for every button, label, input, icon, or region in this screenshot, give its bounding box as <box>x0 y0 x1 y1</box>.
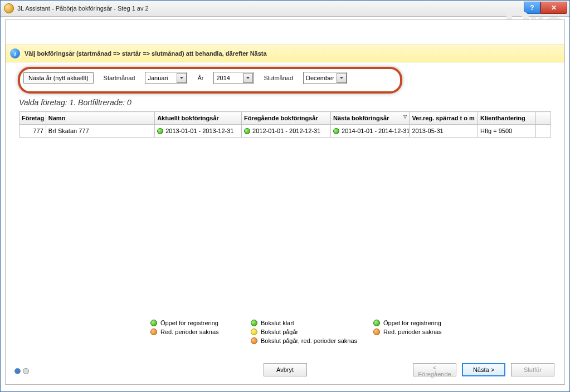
chevron-down-icon <box>337 73 347 83</box>
content-panel: Pro PROFESSIONAL BUSINESS SYSTEM i Välj … <box>5 19 565 385</box>
grid-header-row: Företag Namn Aktuellt bokföringsår Föreg… <box>20 112 551 125</box>
end-month-label: Slutmånad <box>264 75 293 81</box>
app-icon <box>4 3 14 13</box>
status-dot-green-icon <box>244 128 250 134</box>
step-dot-inactive-icon <box>23 368 29 374</box>
next-button[interactable]: Nästa > <box>462 363 505 376</box>
col-nasta[interactable]: Nästa bokföringsår▽ <box>331 112 410 125</box>
filter-row: Nästa år (nytt aktuellt) Startmånad Janu… <box>23 71 347 85</box>
start-month-label: Startmånad <box>104 75 135 81</box>
legend: Öppet för registrering Bokslut klart Öpp… <box>150 320 453 344</box>
end-month-value: December <box>306 75 334 81</box>
status-dot-green-icon <box>373 320 380 326</box>
col-foregaende[interactable]: Föregående bokföringsår <box>242 112 331 125</box>
cell-verreg: 2013-05-31 <box>410 125 478 138</box>
close-button[interactable]: ✕ <box>540 2 567 14</box>
cell-spacer <box>535 125 550 138</box>
sort-indicator-icon: ▽ <box>403 114 407 119</box>
legend-item: Red. perioder saknas <box>373 329 474 335</box>
legend-item: Bokslut klart <box>251 320 373 326</box>
year-combo[interactable]: 2014 <box>213 72 254 84</box>
status-dot-green-icon <box>333 128 339 134</box>
col-foretag[interactable]: Företag <box>20 112 46 125</box>
cell-nasta: 2014-01-01 - 2014-12-31 <box>331 125 410 138</box>
step-dot-active-icon <box>14 368 21 374</box>
chevron-down-icon <box>177 73 187 83</box>
legend-item: Öppet för registrering <box>150 320 251 326</box>
cell-klient: Hftg = 9500 <box>478 125 536 138</box>
legend-item: Bokslut pågår, red. perioder saknas <box>251 337 373 344</box>
col-klient[interactable]: Klienthantering <box>478 112 536 125</box>
year-value: 2014 <box>216 75 241 81</box>
start-month-value: Januari <box>148 75 174 81</box>
cell-aktuellt: 2013-01-01 - 2013-12-31 <box>155 125 242 138</box>
info-banner: i Välj bokföringsår (startmånad => start… <box>6 45 564 62</box>
cell-namn: Brf Skatan 777 <box>46 125 154 138</box>
status-dot-orange-icon <box>251 337 257 344</box>
legend-item: Öppet för registrering <box>373 320 474 326</box>
help-button[interactable]: ? <box>524 2 540 14</box>
start-month-combo[interactable]: Januari <box>145 72 187 84</box>
end-month-combo[interactable]: December <box>303 72 347 84</box>
cell-foregaende: 2012-01-01 - 2012-12-31 <box>242 125 331 138</box>
cell-foretag: 777 <box>20 125 46 138</box>
status-dot-yellow-icon <box>251 329 257 335</box>
info-text: Välj bokföringsår (startmånad => startår… <box>25 50 267 57</box>
next-year-button[interactable]: Nästa år (nytt aktuellt) <box>23 72 94 84</box>
col-namn[interactable]: Namn <box>46 112 154 125</box>
previous-button: < Föregående <box>413 363 456 376</box>
status-dot-green-icon <box>157 128 163 134</box>
titlebar: 3L Assistant - Påbörja bokföringsår - St… <box>1 1 569 17</box>
year-label: År <box>197 75 203 81</box>
status-dot-orange-icon <box>373 329 380 335</box>
selection-summary: Valda företag: 1. Bortfiltrerade: 0 <box>19 98 131 107</box>
legend-item: Bokslut pågår <box>251 329 373 335</box>
col-spacer <box>535 112 550 125</box>
cancel-wrap: Avbryt <box>264 363 307 376</box>
col-verreg[interactable]: Ver.reg. spärrad t o m <box>410 112 478 125</box>
legend-item: Red. perioder saknas <box>150 329 251 335</box>
company-grid: Företag Namn Aktuellt bokföringsår Föreg… <box>19 111 551 138</box>
cancel-button[interactable]: Avbryt <box>264 363 307 376</box>
status-dot-green-icon <box>251 320 257 326</box>
dialog-buttons: < Föregående Nästa > Slutför <box>413 363 554 376</box>
finish-button: Slutför <box>511 363 554 376</box>
status-dot-orange-icon <box>150 329 157 335</box>
table-row[interactable]: 777 Brf Skatan 777 2013-01-01 - 2013-12-… <box>20 125 551 138</box>
info-icon: i <box>10 48 20 58</box>
window-title: 3L Assistant - Påbörja bokföringsår - St… <box>17 5 149 12</box>
window-controls: ? ✕ <box>524 2 567 14</box>
col-aktuellt[interactable]: Aktuellt bokföringsår <box>155 112 242 125</box>
wizard-step-indicator <box>14 368 29 374</box>
chevron-down-icon <box>243 73 253 83</box>
status-dot-green-icon <box>150 320 157 326</box>
app-window: 3L Assistant - Påbörja bokföringsår - St… <box>0 0 570 392</box>
